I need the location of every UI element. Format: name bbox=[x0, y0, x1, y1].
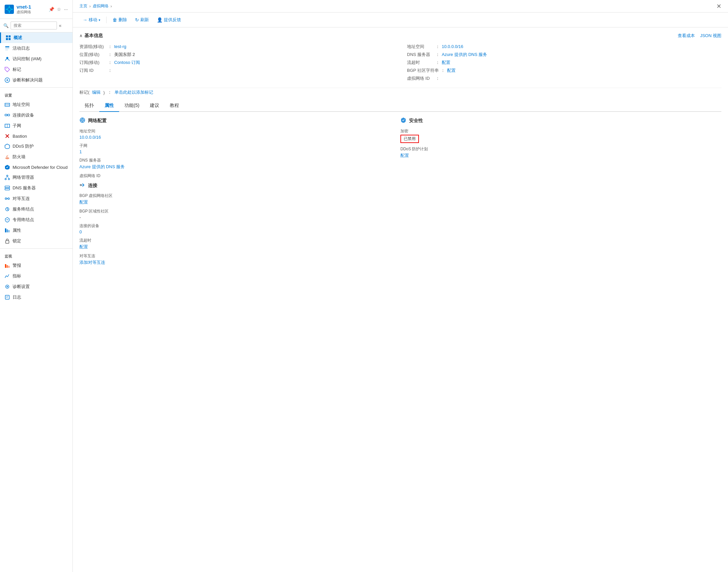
sidebar-item-tags[interactable]: 标记 bbox=[0, 64, 73, 75]
tabs-bar: 拓扑 属性 功能(5) 建议 教程 bbox=[79, 100, 721, 112]
basics-chevron[interactable]: ∧ bbox=[79, 33, 82, 38]
collapse-icon[interactable]: « bbox=[59, 23, 62, 28]
monitor-section-label: 监视 bbox=[0, 251, 73, 260]
sidebar-item-connected-devices[interactable]: 连接的设备 bbox=[0, 110, 73, 121]
sidebar-item-defender[interactable]: Microsoft Defender for Cloud bbox=[0, 162, 73, 172]
close-button[interactable]: ✕ bbox=[716, 3, 721, 10]
prop-bgp-vnet-config[interactable]: 配置 bbox=[79, 200, 88, 205]
private-endpoints-icon bbox=[5, 217, 10, 222]
prop-encryption: 加密 已禁用 bbox=[400, 129, 715, 143]
subscription-link[interactable]: Contoso 订阅 bbox=[114, 60, 140, 66]
star-icon[interactable]: ☆ bbox=[57, 7, 61, 12]
json-view-link[interactable]: JSON 视图 bbox=[700, 33, 721, 39]
search-input[interactable] bbox=[11, 21, 57, 29]
prop-address-space: 地址空间 10.0.0.0/16 bbox=[79, 129, 394, 140]
sidebar-item-address-space[interactable]: 地址空间 bbox=[0, 99, 73, 110]
sidebar-item-overview[interactable]: 概述 bbox=[0, 32, 73, 43]
dns-server-icon bbox=[5, 186, 10, 191]
address-space-link[interactable]: 10.0.0.0/16 bbox=[442, 44, 463, 49]
sidebar-item-iam[interactable]: 访问控制 (IAM) bbox=[0, 54, 73, 64]
prop-dns-value[interactable]: Azure 提供的 DNS 服务 bbox=[79, 164, 125, 169]
svg-line-31 bbox=[7, 176, 9, 178]
svg-point-27 bbox=[7, 175, 8, 176]
sidebar-header: vnet-1 虚拟网络 📌 ☆ ··· bbox=[0, 0, 73, 19]
prop-connected-devices-value[interactable]: 0 bbox=[79, 229, 82, 234]
tab-topology[interactable]: 拓扑 bbox=[79, 100, 99, 112]
sidebar-label-peering: 对等互连 bbox=[13, 196, 30, 202]
flow-timeout-link[interactable]: 配置 bbox=[442, 60, 451, 66]
svg-rect-33 bbox=[5, 188, 10, 190]
prop-address-space-value[interactable]: 10.0.0.0/16 bbox=[79, 135, 101, 140]
sidebar: vnet-1 虚拟网络 📌 ☆ ··· 🔍 « 概述 活动日志 bbox=[0, 0, 73, 572]
sidebar-item-logs[interactable]: 日志 bbox=[0, 292, 73, 302]
pin-icon[interactable]: 📌 bbox=[49, 7, 54, 12]
prop-subnet-value[interactable]: 1 bbox=[79, 149, 82, 154]
sidebar-item-ddos[interactable]: DDoS 防护 bbox=[0, 141, 73, 152]
sidebar-label-activity-log: 活动日志 bbox=[13, 45, 30, 51]
address-space-icon bbox=[5, 102, 10, 107]
delete-button[interactable]: 🗑 删除 bbox=[109, 15, 131, 24]
basics-title: 基本信息 bbox=[84, 33, 103, 39]
sidebar-item-diag-settings[interactable]: 诊断设置 bbox=[0, 281, 73, 292]
sidebar-label-connected-devices: 连接的设备 bbox=[13, 112, 34, 118]
breadcrumb-vnet[interactable]: 虚拟网络 bbox=[93, 3, 108, 9]
sidebar-item-subnet[interactable]: 子网 bbox=[0, 121, 73, 131]
rg-link[interactable]: test-rg bbox=[114, 44, 127, 49]
sidebar-item-metrics[interactable]: 指标 bbox=[0, 271, 73, 281]
alerts-icon bbox=[5, 263, 10, 268]
prop-ddos-config[interactable]: 配置 bbox=[400, 153, 409, 158]
svg-line-30 bbox=[6, 176, 7, 178]
view-cost-link[interactable]: 查看成本 bbox=[678, 33, 695, 39]
more-icon[interactable]: ··· bbox=[64, 7, 68, 12]
toolbar-divider-1 bbox=[106, 16, 106, 23]
refresh-button[interactable]: ↻ 刷新 bbox=[132, 15, 152, 24]
tab-tutorials[interactable]: 教程 bbox=[164, 100, 184, 112]
breadcrumb-home[interactable]: 主页 bbox=[79, 3, 87, 9]
resource-name: vnet-1 bbox=[16, 4, 31, 10]
feedback-button[interactable]: 👤 提供反馈 bbox=[154, 15, 184, 24]
tags-edit-link[interactable]: 编辑 bbox=[92, 89, 101, 95]
dns-link[interactable]: Azure 提供的 DNS 服务 bbox=[442, 52, 487, 58]
prop-subnet: 子网 1 bbox=[79, 143, 394, 154]
sidebar-item-properties[interactable]: 属性 bbox=[0, 225, 73, 236]
svg-rect-10 bbox=[5, 46, 9, 47]
sidebar-item-service-endpoints[interactable]: 服务终结点 bbox=[0, 204, 73, 214]
basics-row-rg: 资源组(移动) ： test-rg bbox=[79, 43, 394, 51]
svg-rect-12 bbox=[5, 50, 8, 50]
tab-recommendations[interactable]: 建议 bbox=[145, 100, 164, 112]
tab-properties[interactable]: 属性 bbox=[99, 100, 119, 112]
prop-flow-timeout-config[interactable]: 配置 bbox=[79, 244, 88, 249]
svg-point-18 bbox=[8, 104, 9, 105]
tags-icon bbox=[5, 67, 10, 72]
sidebar-item-firewall[interactable]: 防火墙 bbox=[0, 152, 73, 162]
sidebar-label-service-endpoints: 服务终结点 bbox=[13, 206, 34, 212]
sidebar-item-peering[interactable]: 对等互连 bbox=[0, 193, 73, 204]
svg-point-14 bbox=[6, 68, 7, 69]
svg-point-35 bbox=[8, 198, 10, 200]
move-button[interactable]: → 移动 ▾ bbox=[79, 15, 103, 24]
bgp-link[interactable]: 配置 bbox=[447, 68, 456, 73]
prop-add-peering[interactable]: 添加对等互连 bbox=[79, 260, 105, 265]
basics-row-sub-id: 订阅 ID ： bbox=[79, 67, 394, 74]
search-icon: 🔍 bbox=[3, 23, 9, 28]
network-config-icon bbox=[79, 117, 85, 125]
sidebar-item-locks[interactable]: 锁定 bbox=[0, 236, 73, 246]
tags-add-link[interactable]: 单击此处以添加标记 bbox=[114, 89, 153, 95]
sidebar-item-activity-log[interactable]: 活动日志 bbox=[0, 43, 73, 54]
search-box: 🔍 « bbox=[0, 19, 73, 32]
sidebar-label-firewall: 防火墙 bbox=[13, 154, 25, 160]
sidebar-item-bastion[interactable]: Bastion bbox=[0, 131, 73, 141]
prop-vnet-id: 虚拟网络 ID bbox=[79, 173, 394, 179]
basics-row-location: 位置(移动) ： 美国东部 2 bbox=[79, 51, 394, 59]
bastion-icon bbox=[5, 133, 10, 139]
sidebar-item-alerts[interactable]: 警报 bbox=[0, 260, 73, 271]
sidebar-item-dns-server[interactable]: DNS 服务器 bbox=[0, 183, 73, 193]
metrics-icon bbox=[5, 273, 10, 279]
sidebar-item-network-manager[interactable]: 网络管理器 bbox=[0, 172, 73, 183]
prop-connected-devices: 连接的设备 0 bbox=[79, 223, 394, 234]
sidebar-label-dns-server: DNS 服务器 bbox=[13, 185, 36, 191]
sidebar-item-private-endpoints[interactable]: 专用终结点 bbox=[0, 214, 73, 225]
sidebar-item-diagnose[interactable]: 诊断和解决问题 bbox=[0, 75, 73, 85]
prop-peering: 对等互连 添加对等互连 bbox=[79, 253, 394, 266]
tab-features[interactable]: 功能(5) bbox=[119, 100, 145, 112]
